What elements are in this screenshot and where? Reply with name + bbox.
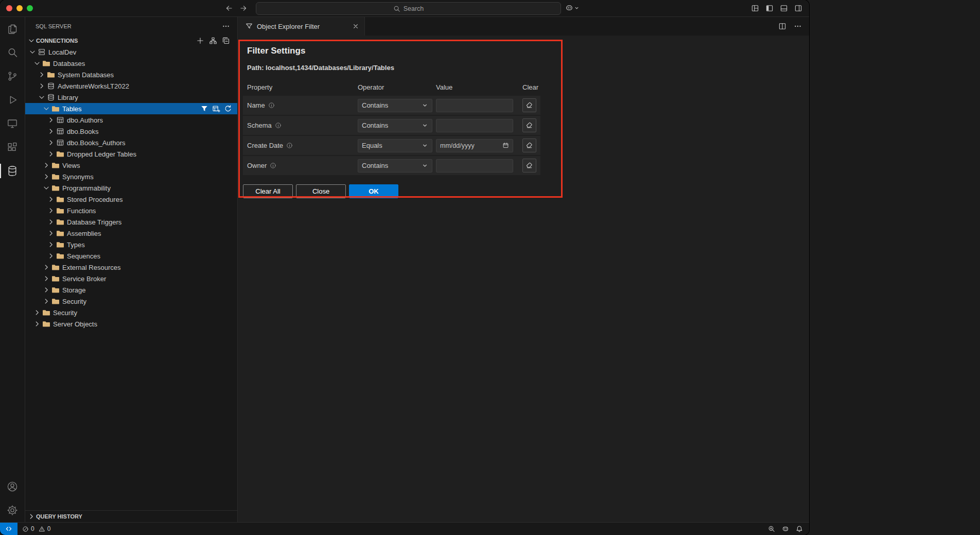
schema-clear-button[interactable]	[522, 118, 536, 132]
chevron-right-icon[interactable]	[27, 512, 36, 521]
copilot-status-icon[interactable]	[782, 525, 789, 532]
tree-item-system-databases[interactable]: System Databases	[25, 69, 237, 80]
activity-settings-button[interactable]	[0, 498, 25, 522]
chevron-right-icon[interactable]	[47, 206, 55, 215]
toggle-panel-button[interactable]	[780, 4, 788, 12]
owner-clear-button[interactable]	[522, 159, 536, 172]
activity-source-control-button[interactable]	[0, 64, 25, 88]
chevron-right-icon[interactable]	[42, 161, 50, 169]
zoom-window-button[interactable]	[27, 5, 33, 11]
minimize-window-button[interactable]	[16, 5, 23, 11]
owner-value-input[interactable]	[436, 159, 513, 172]
chevron-right-icon[interactable]	[47, 218, 55, 226]
tree-item-dropped-ledger-tables[interactable]: Dropped Ledger Tables	[25, 148, 237, 160]
close-button[interactable]: Close	[296, 184, 346, 198]
tree-item-programmability[interactable]: Programmability	[25, 182, 237, 194]
name-value-input[interactable]	[436, 99, 513, 112]
chevron-right-icon[interactable]	[47, 150, 55, 158]
tab-object-explorer-filter[interactable]: Object Explorer Filter	[238, 17, 365, 36]
tree-item-external-resources[interactable]: External Resources	[25, 262, 237, 273]
tree-item-sequences[interactable]: Sequences	[25, 250, 237, 262]
create-date-value-input[interactable]: mm/dd/yyyy	[436, 139, 513, 152]
chevron-right-icon[interactable]	[47, 195, 55, 203]
activity-remote-explorer-button[interactable]	[0, 112, 25, 135]
connections-section-header[interactable]: CONNECTIONS	[25, 35, 237, 46]
new-table-icon[interactable]	[212, 105, 220, 113]
toggle-secondary-sidebar-button[interactable]	[794, 4, 802, 12]
chevron-right-icon[interactable]	[47, 139, 55, 147]
chevron-right-icon[interactable]	[47, 240, 55, 249]
editor-more-actions-button[interactable]	[794, 22, 802, 30]
remote-indicator[interactable]	[0, 523, 18, 535]
tree-item-assemblies[interactable]: Assemblies	[25, 228, 237, 239]
close-tab-button[interactable]	[352, 23, 359, 30]
chevron-down-icon[interactable]	[38, 93, 46, 101]
tree-item-security[interactable]: Security	[25, 307, 237, 318]
tree-item-database-triggers[interactable]: Database Triggers	[25, 216, 237, 228]
problems-status[interactable]: 0 0	[18, 525, 52, 532]
tree-item-dbo-books[interactable]: dbo.Books	[25, 126, 237, 137]
chevron-right-icon[interactable]	[33, 320, 41, 328]
name-operator-select[interactable]: Contains	[358, 99, 432, 112]
tree-item-functions[interactable]: Functions	[25, 205, 237, 216]
chevron-right-icon[interactable]	[42, 263, 50, 271]
chevron-right-icon[interactable]	[47, 229, 55, 237]
activity-run-and-debug-button[interactable]	[0, 88, 25, 112]
chevron-right-icon[interactable]	[47, 127, 55, 135]
forward-button[interactable]	[239, 4, 248, 12]
zoom-icon[interactable]	[768, 525, 775, 532]
tree-item-types[interactable]: Types	[25, 239, 237, 250]
tree-item-views[interactable]: Views	[25, 160, 237, 171]
close-window-button[interactable]	[6, 5, 12, 11]
activity-extensions-button[interactable]	[0, 135, 25, 159]
ok-button[interactable]: OK	[349, 184, 398, 198]
tree-item-adventureworkslt2022[interactable]: AdventureWorksLT2022	[25, 80, 237, 92]
tree-item-storage[interactable]: Storage	[25, 284, 237, 296]
owner-operator-select[interactable]: Contains	[358, 159, 432, 172]
tree-item-dbo-books-authors[interactable]: dbo.Books_Authors	[25, 137, 237, 148]
connection-groups-button[interactable]	[209, 37, 217, 45]
chevron-right-icon[interactable]	[42, 172, 50, 181]
chevron-down-icon[interactable]	[33, 59, 41, 67]
toggle-primary-sidebar-button[interactable]	[765, 4, 774, 12]
schema-operator-select[interactable]: Contains	[358, 119, 432, 132]
schema-value-input[interactable]	[436, 119, 513, 132]
notifications-bell-icon[interactable]	[796, 525, 803, 532]
chevron-right-icon[interactable]	[42, 297, 50, 305]
chevron-down-icon[interactable]	[28, 48, 37, 56]
filter-icon[interactable]	[200, 105, 208, 113]
tree-item-synonyms[interactable]: Synonyms	[25, 171, 237, 182]
refresh-icon[interactable]	[224, 105, 232, 113]
tree-item-server-objects[interactable]: Server Objects	[25, 318, 237, 330]
tree-item-security[interactable]: Security	[25, 296, 237, 307]
activity-explorer-button[interactable]	[0, 17, 25, 41]
query-history-section-header[interactable]: QUERY HISTORY	[25, 510, 237, 522]
tree-item-stored-procedures[interactable]: Stored Procedures	[25, 194, 237, 205]
chevron-right-icon[interactable]	[42, 286, 50, 294]
sidebar-more-actions-button[interactable]	[222, 22, 230, 30]
back-button[interactable]	[225, 4, 233, 12]
tree-item-tables[interactable]: Tables	[25, 103, 237, 114]
search-box[interactable]: Search	[256, 2, 561, 15]
tree-item-service-broker[interactable]: Service Broker	[25, 273, 237, 284]
activity-search-button[interactable]	[0, 41, 25, 64]
chevron-down-icon[interactable]	[42, 105, 50, 113]
chevron-down-icon[interactable]	[27, 37, 36, 45]
activity-sql-server-button[interactable]	[0, 159, 25, 183]
split-editor-button[interactable]	[778, 22, 786, 30]
copilot-menu-button[interactable]	[565, 4, 580, 12]
chevron-right-icon[interactable]	[47, 252, 55, 260]
chevron-right-icon[interactable]	[33, 308, 41, 317]
add-connection-button[interactable]	[196, 37, 204, 45]
chevron-right-icon[interactable]	[38, 82, 46, 90]
activity-accounts-button[interactable]	[0, 475, 25, 498]
create-date-operator-select[interactable]: Equals	[358, 139, 432, 152]
chevron-right-icon[interactable]	[38, 71, 46, 79]
tree-item-dbo-authors[interactable]: dbo.Authors	[25, 114, 237, 126]
name-clear-button[interactable]	[522, 98, 536, 112]
tree-item-databases[interactable]: Databases	[25, 58, 237, 69]
collapse-all-button[interactable]	[222, 37, 230, 45]
tree-item-localdev[interactable]: LocalDev	[25, 46, 237, 58]
tree-item-library[interactable]: Library	[25, 92, 237, 103]
clear-all-button[interactable]: Clear All	[243, 184, 293, 198]
